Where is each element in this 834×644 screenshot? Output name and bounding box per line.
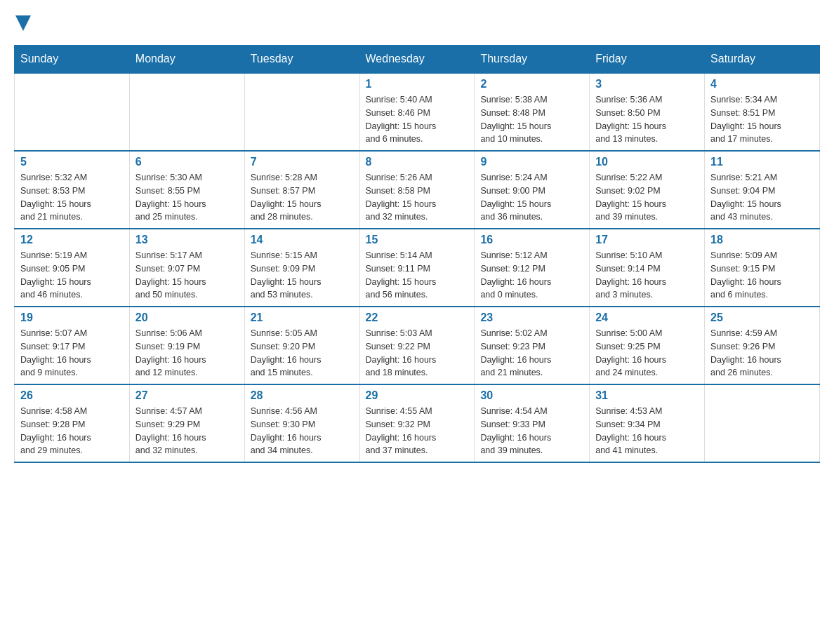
logo (14, 14, 31, 31)
day-info: Sunrise: 4:53 AM Sunset: 9:34 PM Dayligh… (595, 405, 699, 457)
logo-triangle-icon (15, 15, 31, 31)
day-number: 14 (251, 234, 354, 246)
weekday-header-row: SundayMondayTuesdayWednesdayThursdayFrid… (15, 46, 820, 74)
calendar-day-cell: 17Sunrise: 5:10 AM Sunset: 9:14 PM Dayli… (590, 229, 705, 307)
calendar-day-cell: 9Sunrise: 5:24 AM Sunset: 9:00 PM Daylig… (475, 151, 590, 229)
day-info: Sunrise: 5:03 AM Sunset: 9:22 PM Dayligh… (366, 327, 469, 380)
day-info: Sunrise: 4:55 AM Sunset: 9:32 PM Dayligh… (366, 405, 469, 457)
day-number: 18 (710, 234, 814, 246)
day-number: 6 (135, 156, 239, 168)
day-info: Sunrise: 5:28 AM Sunset: 8:57 PM Dayligh… (251, 171, 354, 224)
calendar-day-cell: 3Sunrise: 5:36 AM Sunset: 8:50 PM Daylig… (590, 73, 705, 151)
calendar-day-cell: 13Sunrise: 5:17 AM Sunset: 9:07 PM Dayli… (129, 229, 244, 307)
day-info: Sunrise: 4:58 AM Sunset: 9:28 PM Dayligh… (20, 405, 124, 457)
calendar-day-cell: 6Sunrise: 5:30 AM Sunset: 8:55 PM Daylig… (129, 151, 244, 229)
calendar-day-cell: 7Sunrise: 5:28 AM Sunset: 8:57 PM Daylig… (244, 151, 359, 229)
day-number: 27 (135, 389, 239, 402)
calendar-day-cell: 23Sunrise: 5:02 AM Sunset: 9:23 PM Dayli… (475, 307, 590, 384)
day-number: 25 (710, 311, 814, 324)
calendar-day-cell: 4Sunrise: 5:34 AM Sunset: 8:51 PM Daylig… (705, 73, 820, 151)
day-number: 19 (20, 311, 124, 324)
calendar-week-row: 5Sunrise: 5:32 AM Sunset: 8:53 PM Daylig… (15, 151, 820, 229)
day-info: Sunrise: 5:40 AM Sunset: 8:46 PM Dayligh… (366, 93, 469, 146)
day-number: 2 (480, 78, 583, 90)
weekday-header-saturday: Saturday (705, 46, 820, 74)
weekday-header-monday: Monday (129, 46, 244, 74)
day-number: 4 (710, 78, 814, 90)
calendar-table: SundayMondayTuesdayWednesdayThursdayFrid… (14, 45, 820, 463)
day-number: 5 (20, 156, 124, 168)
calendar-day-cell: 20Sunrise: 5:06 AM Sunset: 9:19 PM Dayli… (129, 307, 244, 384)
day-info: Sunrise: 5:22 AM Sunset: 9:02 PM Dayligh… (595, 171, 699, 224)
day-info: Sunrise: 5:10 AM Sunset: 9:14 PM Dayligh… (595, 249, 699, 302)
day-number: 26 (20, 389, 124, 402)
day-number: 29 (366, 389, 469, 402)
day-number: 30 (480, 389, 583, 402)
calendar-day-cell (705, 384, 820, 462)
svg-marker-0 (15, 15, 31, 31)
day-number: 22 (366, 311, 469, 324)
calendar-day-cell: 25Sunrise: 4:59 AM Sunset: 9:26 PM Dayli… (705, 307, 820, 384)
calendar-day-cell (244, 73, 359, 151)
calendar-day-cell: 31Sunrise: 4:53 AM Sunset: 9:34 PM Dayli… (590, 384, 705, 462)
calendar-day-cell (129, 73, 244, 151)
day-number: 9 (480, 156, 583, 168)
weekday-header-wednesday: Wednesday (359, 46, 475, 74)
day-info: Sunrise: 5:32 AM Sunset: 8:53 PM Dayligh… (20, 171, 124, 224)
day-number: 8 (366, 156, 469, 168)
calendar-day-cell: 1Sunrise: 5:40 AM Sunset: 8:46 PM Daylig… (359, 73, 475, 151)
day-info: Sunrise: 5:15 AM Sunset: 9:09 PM Dayligh… (251, 249, 354, 302)
day-info: Sunrise: 5:12 AM Sunset: 9:12 PM Dayligh… (480, 249, 583, 302)
calendar-day-cell: 19Sunrise: 5:07 AM Sunset: 9:17 PM Dayli… (15, 307, 130, 384)
calendar-week-row: 1Sunrise: 5:40 AM Sunset: 8:46 PM Daylig… (15, 73, 820, 151)
day-number: 23 (480, 311, 583, 324)
day-number: 24 (595, 311, 699, 324)
weekday-header-thursday: Thursday (475, 46, 590, 74)
calendar-day-cell: 24Sunrise: 5:00 AM Sunset: 9:25 PM Dayli… (590, 307, 705, 384)
day-number: 17 (595, 234, 699, 246)
calendar-day-cell: 8Sunrise: 5:26 AM Sunset: 8:58 PM Daylig… (359, 151, 475, 229)
day-info: Sunrise: 5:07 AM Sunset: 9:17 PM Dayligh… (20, 327, 124, 380)
day-info: Sunrise: 5:38 AM Sunset: 8:48 PM Dayligh… (480, 93, 583, 146)
page-header (14, 14, 820, 31)
weekday-header-tuesday: Tuesday (244, 46, 359, 74)
day-info: Sunrise: 5:05 AM Sunset: 9:20 PM Dayligh… (251, 327, 354, 380)
day-number: 15 (366, 234, 469, 246)
day-number: 1 (366, 78, 469, 90)
day-number: 11 (710, 156, 814, 168)
day-info: Sunrise: 4:54 AM Sunset: 9:33 PM Dayligh… (480, 405, 583, 457)
calendar-day-cell: 26Sunrise: 4:58 AM Sunset: 9:28 PM Dayli… (15, 384, 130, 462)
day-info: Sunrise: 4:57 AM Sunset: 9:29 PM Dayligh… (135, 405, 239, 457)
day-info: Sunrise: 5:34 AM Sunset: 8:51 PM Dayligh… (710, 93, 814, 146)
day-info: Sunrise: 5:30 AM Sunset: 8:55 PM Dayligh… (135, 171, 239, 224)
calendar-day-cell: 2Sunrise: 5:38 AM Sunset: 8:48 PM Daylig… (475, 73, 590, 151)
day-info: Sunrise: 5:00 AM Sunset: 9:25 PM Dayligh… (595, 327, 699, 380)
day-info: Sunrise: 5:14 AM Sunset: 9:11 PM Dayligh… (366, 249, 469, 302)
calendar-day-cell: 14Sunrise: 5:15 AM Sunset: 9:09 PM Dayli… (244, 229, 359, 307)
day-number: 3 (595, 78, 699, 90)
calendar-day-cell (15, 73, 130, 151)
day-info: Sunrise: 5:02 AM Sunset: 9:23 PM Dayligh… (480, 327, 583, 380)
weekday-header-friday: Friday (590, 46, 705, 74)
calendar-day-cell: 21Sunrise: 5:05 AM Sunset: 9:20 PM Dayli… (244, 307, 359, 384)
calendar-day-cell: 29Sunrise: 4:55 AM Sunset: 9:32 PM Dayli… (359, 384, 475, 462)
day-number: 21 (251, 311, 354, 324)
day-number: 31 (595, 389, 699, 402)
day-number: 16 (480, 234, 583, 246)
calendar-day-cell: 27Sunrise: 4:57 AM Sunset: 9:29 PM Dayli… (129, 384, 244, 462)
day-number: 12 (20, 234, 124, 246)
day-number: 7 (251, 156, 354, 168)
calendar-week-row: 26Sunrise: 4:58 AM Sunset: 9:28 PM Dayli… (15, 384, 820, 462)
day-info: Sunrise: 4:56 AM Sunset: 9:30 PM Dayligh… (251, 405, 354, 457)
calendar-day-cell: 15Sunrise: 5:14 AM Sunset: 9:11 PM Dayli… (359, 229, 475, 307)
calendar-week-row: 19Sunrise: 5:07 AM Sunset: 9:17 PM Dayli… (15, 307, 820, 384)
calendar-day-cell: 10Sunrise: 5:22 AM Sunset: 9:02 PM Dayli… (590, 151, 705, 229)
calendar-day-cell: 11Sunrise: 5:21 AM Sunset: 9:04 PM Dayli… (705, 151, 820, 229)
day-info: Sunrise: 5:26 AM Sunset: 8:58 PM Dayligh… (366, 171, 469, 224)
calendar-week-row: 12Sunrise: 5:19 AM Sunset: 9:05 PM Dayli… (15, 229, 820, 307)
day-info: Sunrise: 5:09 AM Sunset: 9:15 PM Dayligh… (710, 249, 814, 302)
calendar-day-cell: 30Sunrise: 4:54 AM Sunset: 9:33 PM Dayli… (475, 384, 590, 462)
day-info: Sunrise: 5:21 AM Sunset: 9:04 PM Dayligh… (710, 171, 814, 224)
day-info: Sunrise: 4:59 AM Sunset: 9:26 PM Dayligh… (710, 327, 814, 380)
day-number: 20 (135, 311, 239, 324)
